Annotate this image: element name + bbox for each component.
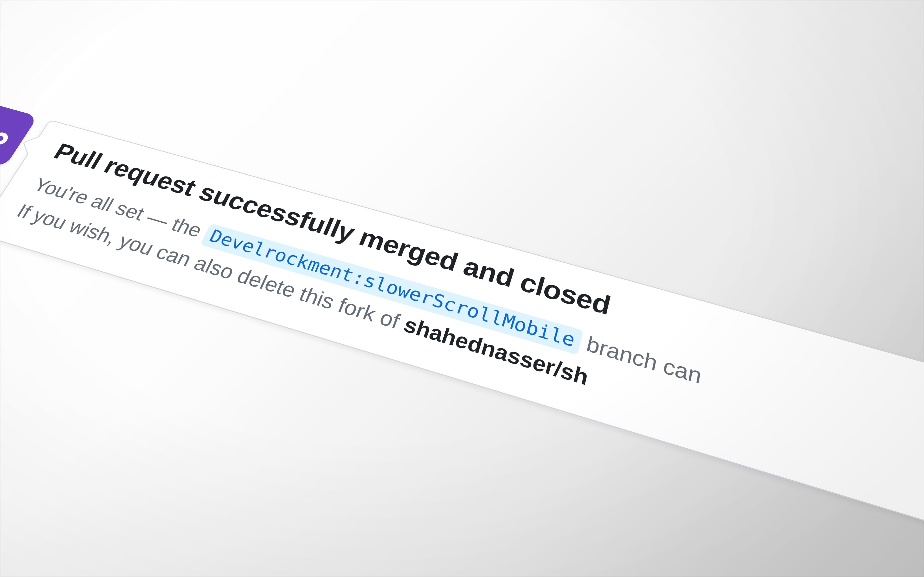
merge-status-card: Pull request successfully merged and clo… [0,119,924,569]
merge-status-row: Pull request successfully merged and clo… [0,100,924,569]
git-merge-icon [0,111,23,156]
perspective-stage: Pull request successfully merged and clo… [0,100,924,569]
svg-point-2 [0,133,8,144]
screenshot-frame: Pull request successfully merged and clo… [0,0,924,577]
